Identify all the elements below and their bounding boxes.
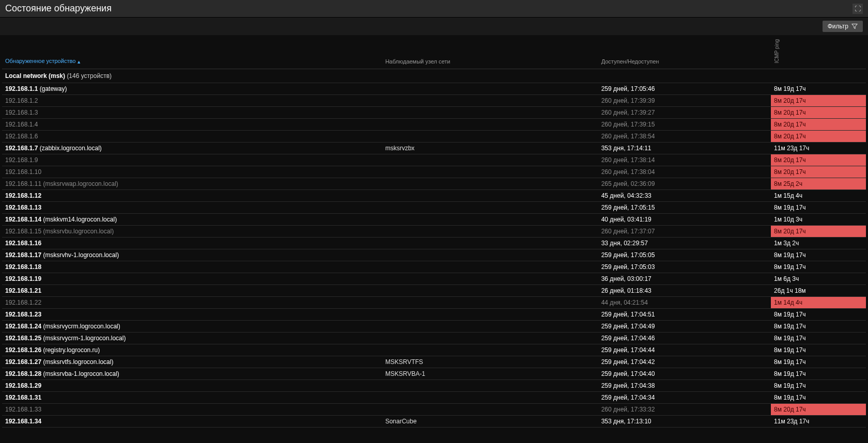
device-hostname: (mskkvm14.logrocon.local) [43, 216, 117, 223]
cell-icmp: 8м 19д 17ч [771, 308, 866, 320]
table-row[interactable]: 192.168.1.7 (zabbix.logrocon.local)msksr… [2, 142, 866, 154]
discovery-table: Обнаруженное устройство▲ Наблюдаемый узе… [2, 35, 866, 428]
table-row[interactable]: 192.168.1.6260 дней, 17:38:548м 20д 17ч [2, 130, 866, 142]
cell-node [382, 178, 598, 189]
table-row[interactable]: 192.168.1.9260 дней, 17:38:148м 20д 17ч [2, 154, 866, 166]
cell-node [382, 130, 598, 142]
cell-icmp: 8м 25д 2ч [771, 178, 866, 189]
device-ip: 192.168.1.15 [5, 228, 41, 235]
col-header-node[interactable]: Наблюдаемый узел сети [382, 35, 598, 69]
device-ip: 192.168.1.34 [5, 418, 41, 425]
device-hostname: (zabbix.logrocon.local) [40, 145, 102, 152]
cell-device: 192.168.1.23 [2, 308, 382, 320]
cell-device: 192.168.1.10 [2, 166, 382, 178]
cell-device: 192.168.1.24 (msksrvycrm.logrocon.local) [2, 320, 382, 332]
cell-availability: 259 дней, 17:04:49 [598, 320, 771, 332]
cell-availability: 259 дней, 17:05:03 [598, 261, 771, 273]
cell-node [382, 201, 598, 213]
cell-icmp: 8м 19д 17ч [771, 249, 866, 261]
cell-icmp: 8м 20д 17ч [771, 118, 866, 130]
table-row[interactable]: 192.168.1.23259 дней, 17:04:518м 19д 17ч [2, 308, 866, 320]
table-row[interactable]: 192.168.1.2260 дней, 17:39:398м 20д 17ч [2, 94, 866, 106]
device-hostname: (gateway) [40, 85, 67, 92]
fullscreen-button[interactable]: ⛶ [853, 4, 863, 14]
cell-icmp: 11м 23д 17ч [771, 142, 866, 154]
cell-node [382, 391, 598, 403]
device-hostname: (msksrvhv-1.logrocon.local) [43, 251, 119, 259]
device-ip: 192.168.1.4 [5, 121, 38, 128]
cell-availability: 259 дней, 17:05:46 [598, 83, 771, 94]
col-header-device[interactable]: Обнаруженное устройство▲ [2, 35, 382, 69]
cell-icmp: 1м 10д 3ч [771, 213, 866, 225]
cell-availability: 40 дней, 03:41:19 [598, 213, 771, 225]
cell-availability: 259 дней, 17:04:38 [598, 379, 771, 391]
table-row[interactable]: 192.168.1.11 (msksrvwap.logrocon.local)2… [2, 178, 866, 189]
cell-device: 192.168.1.31 [2, 391, 382, 403]
device-ip: 192.168.1.7 [5, 145, 38, 152]
table-row[interactable]: 192.168.1.18259 дней, 17:05:038м 19д 17ч [2, 261, 866, 273]
filter-button[interactable]: Фильтр [823, 21, 863, 32]
table-row[interactable]: 192.168.1.1245 дней, 04:32:331м 15д 4ч [2, 189, 866, 201]
table-row[interactable]: 192.168.1.33260 дней, 17:33:328м 20д 17ч [2, 403, 866, 415]
sort-device-link[interactable]: Обнаруженное устройство [5, 58, 75, 64]
cell-availability: 36 дней, 03:00:17 [598, 273, 771, 284]
table-row[interactable]: 192.168.1.27 (msksrvtfs.logrocon.local)M… [2, 356, 866, 368]
table-row[interactable]: 192.168.1.26 (registry.logrocon.ru)259 д… [2, 344, 866, 356]
col-header-availability[interactable]: Доступен/Недоступен [598, 35, 771, 69]
device-ip: 192.168.1.14 [5, 216, 41, 223]
col-header-icmp[interactable]: ICMP ping [771, 35, 866, 69]
cell-node [382, 261, 598, 273]
filter-label: Фильтр [828, 23, 848, 30]
table-row[interactable]: 192.168.1.31259 дней, 17:04:348м 19д 17ч [2, 391, 866, 403]
cell-availability: 259 дней, 17:04:46 [598, 332, 771, 344]
fullscreen-icon: ⛶ [855, 5, 861, 12]
table-row[interactable]: 192.168.1.29259 дней, 17:04:388м 19д 17ч [2, 379, 866, 391]
cell-icmp: 1м 14д 4ч [771, 296, 866, 308]
device-hostname: (msksrvwap.logrocon.local) [43, 180, 118, 187]
table-row[interactable]: 192.168.1.1 (gateway)259 дней, 17:05:468… [2, 83, 866, 94]
table-row[interactable]: 192.168.1.24 (msksrvycrm.logrocon.local)… [2, 320, 866, 332]
cell-device: 192.168.1.26 (registry.logrocon.ru) [2, 344, 382, 356]
cell-icmp: 1м 15д 4ч [771, 189, 866, 201]
table-row[interactable]: 192.168.1.2244 дня, 04:21:541м 14д 4ч [2, 296, 866, 308]
table-row[interactable]: 192.168.1.1936 дней, 03:00:171м 6д 3ч [2, 273, 866, 284]
cell-availability: 259 дней, 17:05:15 [598, 201, 771, 213]
device-ip: 192.168.1.33 [5, 406, 41, 413]
table-row[interactable]: 192.168.1.3260 дней, 17:39:278м 20д 17ч [2, 106, 866, 118]
cell-node [382, 154, 598, 166]
table-row[interactable]: 192.168.1.14 (mskkvm14.logrocon.local)40… [2, 213, 866, 225]
table-row[interactable]: 192.168.1.17 (msksrvhv-1.logrocon.local)… [2, 249, 866, 261]
cell-icmp: 8м 19д 17ч [771, 320, 866, 332]
device-ip: 192.168.1.11 [5, 180, 41, 187]
cell-availability: 260 дней, 17:37:07 [598, 225, 771, 237]
cell-icmp: 1м 3д 2ч [771, 237, 866, 249]
cell-icmp: 8м 20д 17ч [771, 166, 866, 178]
table-row[interactable]: 192.168.1.25 (msksrvycrm-1.logrocon.loca… [2, 332, 866, 344]
cell-icmp: 8м 19д 17ч [771, 201, 866, 213]
table-row[interactable]: 192.168.1.1633 дня, 02:29:571м 3д 2ч [2, 237, 866, 249]
device-hostname: (msksrvbu.logrocon.local) [43, 228, 114, 235]
cell-icmp: 8м 19д 17ч [771, 368, 866, 379]
cell-node: MSKSRVBA-1 [382, 368, 598, 379]
table-row[interactable]: 192.168.1.10260 дней, 17:38:048м 20д 17ч [2, 166, 866, 178]
cell-icmp: 8м 19д 17ч [771, 332, 866, 344]
table-row[interactable]: 192.168.1.4260 дней, 17:39:158м 20д 17ч [2, 118, 866, 130]
cell-device: 192.168.1.14 (mskkvm14.logrocon.local) [2, 213, 382, 225]
cell-device: 192.168.1.3 [2, 106, 382, 118]
device-ip: 192.168.1.25 [5, 335, 41, 342]
table-row[interactable]: 192.168.1.28 (msksrvba-1.logrocon.local)… [2, 368, 866, 379]
cell-node [382, 225, 598, 237]
cell-availability: 259 дней, 17:04:34 [598, 391, 771, 403]
cell-device: 192.168.1.18 [2, 261, 382, 273]
cell-device: 192.168.1.4 [2, 118, 382, 130]
cell-node [382, 106, 598, 118]
cell-node: MSKSRVTFS [382, 356, 598, 368]
table-row[interactable]: 192.168.1.13259 дней, 17:05:158м 19д 17ч [2, 201, 866, 213]
cell-node [382, 320, 598, 332]
table-row[interactable]: 192.168.1.34SonarCube353 дня, 17:13:1011… [2, 415, 866, 427]
sort-asc-icon: ▲ [76, 59, 81, 65]
cell-device: 192.168.1.34 [2, 415, 382, 427]
device-ip: 192.168.1.3 [5, 109, 38, 116]
table-row[interactable]: 192.168.1.2126 дней, 01:18:4326д 1ч 18м [2, 284, 866, 296]
table-row[interactable]: 192.168.1.15 (msksrvbu.logrocon.local)26… [2, 225, 866, 237]
